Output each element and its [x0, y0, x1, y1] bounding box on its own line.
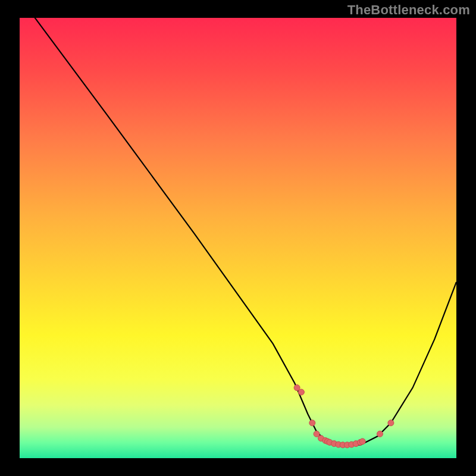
data-point — [309, 420, 315, 426]
bottleneck-chart — [0, 0, 476, 476]
chart-frame: TheBottleneck.com — [0, 0, 476, 476]
data-point — [388, 420, 394, 426]
watermark-text: TheBottleneck.com — [347, 2, 470, 18]
data-point — [377, 431, 383, 437]
data-point — [359, 439, 365, 444]
plot-background — [20, 18, 456, 458]
data-point — [314, 431, 320, 437]
data-point — [298, 389, 304, 395]
